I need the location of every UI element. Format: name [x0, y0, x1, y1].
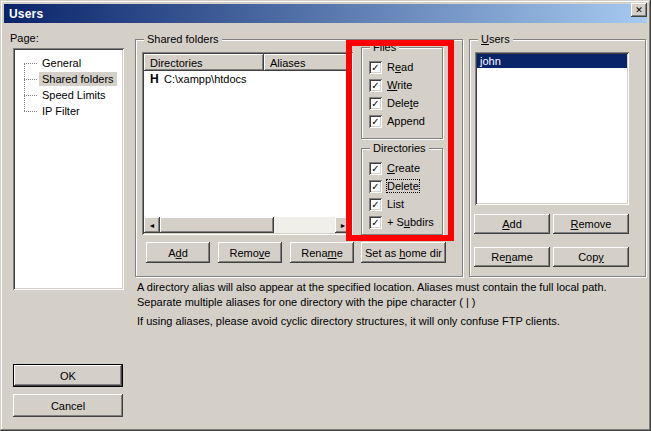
copy-user-button[interactable]: Copy	[553, 247, 629, 267]
close-icon: ✕	[635, 5, 643, 15]
close-button[interactable]: ✕	[631, 3, 647, 17]
user-name: john	[480, 55, 501, 67]
rename-user-button[interactable]: Rename	[474, 247, 550, 267]
red-highlight-annotation	[346, 40, 454, 241]
alias-note-2: If using aliases, please avoid cyclic di…	[137, 314, 644, 329]
add-directory-button[interactable]: Add	[146, 242, 210, 263]
alias-notes: A directory alias will also appear at th…	[137, 280, 644, 329]
shared-folders-group-label: Shared folders	[144, 33, 222, 45]
remove-directory-button[interactable]: Remove	[218, 242, 282, 263]
tree-connector-line	[24, 63, 25, 111]
column-header-label: Directories	[150, 57, 203, 69]
directories-table: Directories Aliases H C:\xampp\htdocs ◄ …	[142, 52, 353, 235]
sidebar-item-label[interactable]: Speed Limits	[39, 88, 109, 102]
set-as-home-dir-button[interactable]: Set as home dir	[361, 242, 446, 263]
tree-stub	[24, 79, 37, 80]
column-header-aliases[interactable]: Aliases	[264, 54, 351, 71]
table-row[interactable]: H C:\xampp\htdocs	[144, 71, 351, 87]
ok-button[interactable]: OK	[13, 364, 123, 387]
tree-stub	[24, 95, 37, 96]
add-user-button[interactable]: Add	[474, 214, 550, 234]
page-tree: General Shared folders Speed Limits IP F…	[15, 50, 122, 288]
remove-user-button[interactable]: Remove	[553, 214, 629, 234]
directory-path: C:\xampp\htdocs	[164, 73, 247, 85]
cancel-button[interactable]: Cancel	[13, 394, 123, 417]
sidebar-item-label[interactable]: General	[39, 56, 84, 70]
directories-table-body: Directories Aliases H C:\xampp\htdocs ◄ …	[144, 54, 351, 233]
users-dialog: Users ✕ Page: General Shared folders Spe…	[0, 0, 651, 431]
title-bar[interactable]: Users	[4, 4, 647, 23]
page-list: General Shared folders Speed Limits IP F…	[13, 48, 124, 290]
window-title: Users	[9, 7, 43, 21]
alias-note-1: A directory alias will also appear at th…	[137, 280, 644, 310]
users-group-label: Users	[478, 33, 513, 45]
horizontal-scrollbar[interactable]: ◄ ►	[144, 217, 351, 233]
page-label: Page:	[10, 32, 39, 44]
sidebar-item-label-selected[interactable]: Shared folders	[39, 72, 117, 86]
scrollbar-thumb[interactable]	[160, 217, 274, 233]
column-header-label: Aliases	[270, 57, 305, 69]
home-dir-flag: H	[150, 72, 164, 86]
scroll-left-button[interactable]: ◄	[144, 217, 160, 233]
sidebar-item-label[interactable]: IP Filter	[39, 104, 83, 118]
list-item-user-selected[interactable]: john	[477, 54, 627, 68]
tree-stub	[24, 63, 37, 64]
column-header-directories[interactable]: Directories	[144, 54, 264, 71]
users-listbox[interactable]: john	[475, 52, 629, 205]
rename-directory-button[interactable]: Rename	[290, 242, 354, 263]
arrow-left-icon: ◄	[149, 222, 156, 229]
tree-stub	[24, 111, 37, 112]
